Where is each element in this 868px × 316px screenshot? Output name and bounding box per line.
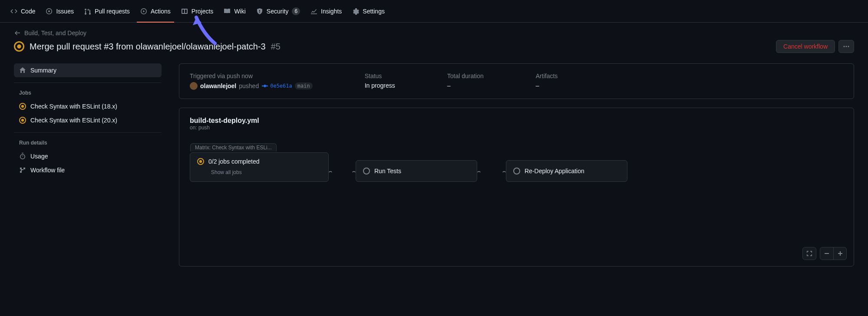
cancel-workflow-button[interactable]: Cancel workflow <box>776 40 835 53</box>
artifacts-value: – <box>536 82 558 89</box>
git-commit-icon <box>261 82 268 89</box>
svg-point-6 <box>478 171 480 172</box>
sidebar-usage[interactable]: Usage <box>14 149 162 163</box>
tab-actions-label: Actions <box>151 8 171 15</box>
play-icon <box>140 8 147 15</box>
svg-point-8 <box>503 171 505 172</box>
tab-projects-label: Projects <box>191 8 214 15</box>
status-running-icon <box>19 103 26 110</box>
sidebar-divider <box>14 132 162 133</box>
sidebar-summary-label: Summary <box>30 67 56 74</box>
matrix-status-text: 0/2 jobs completed <box>208 158 260 165</box>
job-label: Re-Deploy Application <box>525 168 584 174</box>
fullscreen-button[interactable] <box>803 247 816 260</box>
svg-rect-11 <box>840 251 841 256</box>
status-running-icon <box>19 117 26 124</box>
tab-settings[interactable]: Settings <box>349 0 388 23</box>
status-label: Status <box>365 72 395 79</box>
issue-icon <box>46 8 53 15</box>
svg-point-5 <box>353 171 355 172</box>
sidebar-job-item[interactable]: Check Syntax with ESLint (20.x) <box>14 113 162 127</box>
graph-icon <box>310 8 317 15</box>
branch-badge[interactable]: main <box>295 82 313 89</box>
user-link[interactable]: olawanlejoel <box>200 82 236 89</box>
git-pull-request-icon <box>84 8 91 15</box>
commit-link[interactable]: 0e5e61a <box>261 82 292 89</box>
tab-actions[interactable]: Actions <box>137 0 174 23</box>
show-all-jobs-link[interactable]: Show all jobs <box>190 168 328 181</box>
trigger-label: Triggered via push now <box>190 72 313 79</box>
workflow-trigger: on: push <box>190 125 843 131</box>
tab-security[interactable]: Security 6 <box>253 0 304 23</box>
tab-wiki-label: Wiki <box>234 8 245 15</box>
fullscreen-icon <box>806 250 813 257</box>
workflow-icon <box>19 167 26 174</box>
code-icon <box>10 8 17 15</box>
run-info-card: Triggered via push now olawanlejoel push… <box>179 63 854 99</box>
sidebar-job-label: Check Syntax with ESLint (20.x) <box>30 117 117 124</box>
tab-code[interactable]: Code <box>7 0 39 23</box>
avatar[interactable] <box>190 82 198 90</box>
home-icon <box>19 67 26 74</box>
tab-settings-label: Settings <box>363 8 385 15</box>
kebab-icon <box>843 43 850 50</box>
main-layout: Summary Jobs Check Syntax with ESLint (1… <box>0 56 868 273</box>
zoom-controls <box>802 247 847 260</box>
job-card-run-tests[interactable]: Run Tests <box>356 160 477 182</box>
artifacts-label: Artifacts <box>536 72 558 79</box>
duration-label: Total duration <box>447 72 484 79</box>
svg-point-2 <box>848 46 849 47</box>
connector-icon <box>477 171 506 172</box>
zoom-out-button[interactable] <box>820 247 833 260</box>
tab-wiki[interactable]: Wiki <box>220 0 249 23</box>
tab-insights[interactable]: Insights <box>307 0 345 23</box>
sidebar-job-label: Check Syntax with ESLint (18.x) <box>30 103 117 110</box>
tab-issues-label: Issues <box>56 8 73 15</box>
breadcrumb-back-label: Build, Test, and Deploy <box>24 30 86 36</box>
tab-pulls[interactable]: Pull requests <box>81 0 133 23</box>
tab-security-label: Security <box>267 8 289 15</box>
table-icon <box>181 8 188 15</box>
status-value: In progress <box>365 82 395 89</box>
duration-value: – <box>447 82 484 89</box>
sidebar: Summary Jobs Check Syntax with ESLint (1… <box>14 63 162 267</box>
tab-projects[interactable]: Projects <box>178 0 217 23</box>
sidebar-jobs-heading: Jobs <box>14 88 162 99</box>
page-title: Merge pull request #3 from olawanlejoel/… <box>30 42 266 52</box>
svg-rect-9 <box>825 253 829 254</box>
arrow-left-icon <box>14 30 21 36</box>
zoom-in-button[interactable] <box>833 247 846 260</box>
pushed-word: pushed <box>239 82 259 89</box>
main-content: Triggered via push now olawanlejoel push… <box>179 63 854 267</box>
sidebar-workflow-file[interactable]: Workflow file <box>14 163 162 177</box>
book-icon <box>224 8 231 15</box>
svg-point-1 <box>846 46 847 47</box>
sidebar-job-item[interactable]: Check Syntax with ESLint (18.x) <box>14 99 162 113</box>
breadcrumb-back[interactable]: Build, Test, and Deploy <box>14 30 854 36</box>
job-card-redeploy[interactable]: Re-Deploy Application <box>506 160 627 182</box>
run-status-icon <box>14 41 24 52</box>
tab-issues[interactable]: Issues <box>42 0 77 23</box>
svg-point-3 <box>329 171 332 172</box>
sidebar-summary[interactable]: Summary <box>14 63 162 77</box>
tab-code-label: Code <box>21 8 35 15</box>
status-pending-icon <box>363 168 370 174</box>
commit-sha: 0e5e61a <box>270 83 292 89</box>
plus-icon <box>837 250 844 257</box>
gear-icon <box>352 8 359 15</box>
run-number: #5 <box>271 42 281 52</box>
workflow-graph-card: build-test-deploy.yml on: push Matrix: <box>179 108 854 267</box>
workflow-graph-canvas[interactable]: Matrix: Check Syntax with ESLi... 0/2 jo… <box>179 143 854 256</box>
sidebar-run-details-heading: Run details <box>14 138 162 149</box>
tab-pulls-label: Pull requests <box>95 8 130 15</box>
security-count: 6 <box>292 7 300 15</box>
matrix-tab-label: Matrix: Check Syntax with ESLi... <box>190 143 277 151</box>
minus-icon <box>823 250 830 257</box>
status-running-icon <box>197 158 204 165</box>
matrix-job-card[interactable]: Matrix: Check Syntax with ESLi... 0/2 jo… <box>190 152 329 182</box>
stopwatch-icon <box>19 153 26 160</box>
status-pending-icon <box>513 168 520 174</box>
repo-nav: Code Issues Pull requests Actions Projec… <box>0 0 868 23</box>
tab-insights-label: Insights <box>321 8 342 15</box>
more-actions-button[interactable] <box>838 40 854 53</box>
